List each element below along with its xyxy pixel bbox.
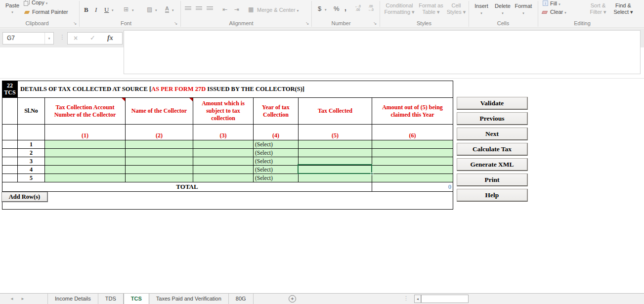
cell-amount-subject[interactable]	[193, 140, 254, 149]
alignment-group-label: Alignment	[213, 20, 270, 26]
fill-color-icon[interactable]: ▨	[147, 6, 152, 13]
sheet-tab-tcs[interactable]: TCS	[124, 294, 149, 304]
validate-button[interactable]: Validate	[457, 97, 528, 110]
alignment-dialog-launcher-icon[interactable]: ↘	[305, 21, 309, 26]
cell-amount-subject[interactable]	[193, 149, 254, 157]
add-rows-button[interactable]: Add Row(s)	[1, 192, 48, 202]
cell-year-select[interactable]: (Select)	[254, 166, 299, 174]
sheet-tab-taxes-paid[interactable]: Taxes Paid and Verification	[149, 294, 229, 304]
table-row: 5 (Select)	[2, 174, 453, 182]
cell-tan[interactable]	[45, 157, 126, 166]
cell-collector-name[interactable]	[126, 166, 193, 174]
chevron-down-icon[interactable]: ▾	[155, 8, 157, 12]
title-highlight: AS PER FORM 27D	[151, 86, 206, 92]
hscroll-left-arrow-icon[interactable]: ◄	[414, 295, 421, 303]
chevron-down-icon[interactable]: ▾	[132, 8, 134, 12]
chevron-down-icon[interactable]: ▾	[44, 33, 53, 44]
font-color-icon[interactable]: A	[165, 5, 169, 13]
print-button[interactable]: Print	[457, 174, 528, 186]
cell-collector-name[interactable]	[126, 174, 193, 182]
underline-button[interactable]: U	[104, 6, 109, 14]
sheet-nav-left-icon[interactable]: ◄	[10, 297, 14, 301]
borders-icon[interactable]: ⊞	[124, 6, 129, 13]
insert-cells-button[interactable]: Insert▾	[472, 3, 490, 16]
cancel-icon[interactable]: ×	[74, 34, 78, 42]
align-left-icon[interactable]	[185, 6, 191, 11]
italic-button[interactable]: I	[95, 6, 97, 14]
copy-button[interactable]: Copy ▾	[32, 0, 47, 5]
merge-center-button[interactable]: Merge & Center ▾	[257, 7, 299, 13]
align-center-icon[interactable]	[196, 6, 202, 11]
increase-indent-icon[interactable]: ⇥	[234, 6, 239, 13]
cell-amount-subject[interactable]	[193, 174, 254, 182]
chevron-down-icon[interactable]: ▾	[325, 8, 327, 12]
cell-amount-claimed[interactable]	[372, 140, 453, 149]
sort-filter-button[interactable]: Sort & Filter ▾	[587, 2, 609, 15]
previous-button[interactable]: Previous	[457, 112, 528, 125]
increase-decimal-icon[interactable]: ←.0 .00	[355, 4, 361, 11]
col-number: (2)	[126, 125, 193, 140]
number-dialog-launcher-icon[interactable]: ↘	[373, 21, 377, 26]
delete-cells-button[interactable]: Delete▾	[493, 3, 512, 16]
fill-button[interactable]: Fill ▾	[550, 0, 560, 6]
sheet-tab-income-details[interactable]: Income Details	[47, 294, 98, 304]
calculate-tax-button[interactable]: Calculate Tax	[457, 143, 528, 156]
cell-year-select[interactable]: (Select)	[254, 140, 299, 149]
sheet-tab-tds[interactable]: TDS	[98, 294, 124, 304]
cell-tan[interactable]	[45, 166, 126, 174]
paste-button[interactable]: Paste▾	[4, 2, 21, 14]
format-painter-button[interactable]: Format Painter	[32, 9, 68, 15]
enter-icon[interactable]: ✓	[90, 34, 95, 42]
generate-xml-button[interactable]: Generate XML	[457, 158, 528, 171]
cell-tan[interactable]	[45, 149, 126, 157]
cell-tax-collected[interactable]	[299, 140, 372, 149]
cell-tan[interactable]	[45, 174, 126, 182]
cell-amount-claimed[interactable]	[372, 149, 453, 157]
bold-button[interactable]: B	[84, 6, 88, 14]
cell-amount-claimed[interactable]	[372, 174, 453, 182]
hscroll-thumb[interactable]	[421, 295, 469, 303]
cell-amount-claimed[interactable]	[372, 166, 453, 174]
fill-handle[interactable]	[371, 173, 373, 175]
new-sheet-icon[interactable]: +	[289, 295, 296, 303]
cell-tax-collected[interactable]	[299, 174, 372, 182]
cell-tax-collected[interactable]	[299, 149, 372, 157]
comma-style-button[interactable]: ,	[344, 4, 346, 12]
cell-collector-name[interactable]	[126, 140, 193, 149]
cell-styles-button[interactable]: Cell Styles ▾	[446, 2, 467, 15]
cell-amount-claimed[interactable]	[372, 157, 453, 166]
cell-collector-name[interactable]	[126, 149, 193, 157]
title-prefix: DETAILS OF TAX COLLECTED AT SOURCE [	[20, 86, 151, 92]
cell-amount-subject[interactable]	[193, 157, 254, 166]
decrease-indent-icon[interactable]: ⇤	[222, 6, 227, 13]
cell-collector-name[interactable]	[126, 157, 193, 166]
sheet-nav-right-icon[interactable]: ►	[21, 297, 25, 301]
cell-year-select[interactable]: (Select)	[254, 157, 299, 166]
chevron-down-icon[interactable]: ▾	[112, 8, 114, 12]
clipboard-dialog-launcher-icon[interactable]: ↘	[73, 21, 77, 26]
accounting-format-button[interactable]: $	[318, 5, 321, 12]
formula-bar-input[interactable]	[124, 30, 641, 74]
decrease-decimal-icon[interactable]: .00 →.0	[368, 4, 374, 11]
sheet-tab-80g[interactable]: 80G	[229, 294, 254, 304]
find-select-button[interactable]: Find & Select ▾	[612, 2, 635, 15]
row-number: 5	[18, 174, 45, 182]
name-box[interactable]: G7 ▾	[2, 32, 54, 44]
cell-year-select[interactable]: (Select)	[254, 174, 299, 182]
clear-button[interactable]: Clear ▾	[550, 9, 566, 15]
cell-year-select[interactable]: (Select)	[254, 149, 299, 157]
format-as-table-button[interactable]: Format as Table ▾	[417, 2, 445, 15]
cell-amount-subject[interactable]	[193, 166, 254, 174]
cell-tan[interactable]	[45, 140, 126, 149]
font-dialog-launcher-icon[interactable]: ↘	[174, 21, 178, 26]
chevron-down-icon[interactable]: ▾	[172, 8, 174, 12]
stub-cell	[2, 125, 18, 140]
help-button[interactable]: Help	[457, 189, 528, 202]
align-right-icon[interactable]	[207, 6, 213, 11]
active-cell-selection[interactable]	[298, 164, 372, 174]
next-button[interactable]: Next	[457, 128, 528, 140]
insert-function-icon[interactable]: fx	[107, 34, 113, 42]
conditional-formatting-button[interactable]: Conditional Formatting ▾	[384, 2, 415, 15]
format-cells-button[interactable]: Format▾	[513, 3, 534, 16]
percent-style-button[interactable]: %	[334, 5, 340, 12]
